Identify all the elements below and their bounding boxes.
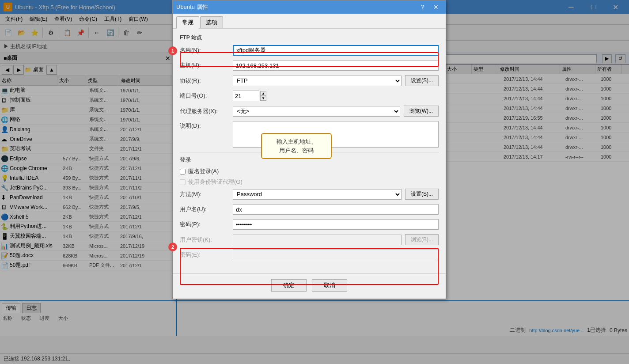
host-row-container: 主机(H): xyxy=(180,60,439,71)
passphrase-label: 密码(E): xyxy=(180,251,233,259)
dialog-help-button[interactable]: ? xyxy=(417,1,429,13)
protocol-field: FTP SFTP xyxy=(233,76,402,86)
identity-label: 使用身份验证代理(G) xyxy=(188,178,243,186)
method-settings-button[interactable]: 设置(S)... xyxy=(405,189,439,200)
identity-row: 使用身份验证代理(G) xyxy=(180,178,439,186)
passphrase-field xyxy=(233,250,439,260)
password-field-input[interactable] xyxy=(233,219,439,230)
app-window: U Ubuntu - Xftp 5 (Free for Home/School)… xyxy=(0,0,629,364)
login-section: 登录 匿名登录(A) 使用身份验证代理(G) 方法(M): xyxy=(180,152,439,260)
anon-label: 匿名登录(A) xyxy=(188,167,219,175)
circle-1: 1 xyxy=(168,46,177,55)
username-field xyxy=(233,204,439,215)
host-field xyxy=(233,60,439,71)
userkey-label: 用户密钥(K): xyxy=(180,236,233,244)
anon-checkbox[interactable] xyxy=(180,169,186,174)
circle-2: 2 xyxy=(168,243,177,251)
cancel-button[interactable]: 取消 xyxy=(312,279,347,292)
ftp-section-title: FTP 站点 xyxy=(180,34,439,42)
host-label: 主机(H): xyxy=(180,61,233,69)
port-up-button[interactable]: ▲ xyxy=(260,91,266,96)
name-field xyxy=(233,45,439,56)
userkey-input[interactable] xyxy=(233,235,402,245)
method-select[interactable]: Password PublicKey Keyboard Interactive xyxy=(233,189,402,200)
name-label: 名称(N): xyxy=(180,46,233,54)
method-row: 方法(M): Password PublicKey Keyboard Inter… xyxy=(180,189,439,200)
tab-general[interactable]: 常规 xyxy=(176,16,199,29)
password-field-label: 密码(P): xyxy=(180,220,233,228)
username-row: 用户名(U): xyxy=(180,204,439,215)
port-row: 端口号(O): ▲ ▼ xyxy=(180,91,439,101)
identity-checkbox[interactable] xyxy=(180,179,186,185)
passphrase-input[interactable] xyxy=(233,250,439,260)
annotation-line2: 用户名、密码 xyxy=(279,147,314,154)
port-down-button[interactable]: ▼ xyxy=(260,96,266,101)
anon-row: 匿名登录(A) xyxy=(180,167,439,175)
proxy-select[interactable]: <无> xyxy=(233,106,400,117)
protocol-label: 协议(R): xyxy=(180,77,233,85)
port-label: 端口号(O): xyxy=(180,92,233,100)
dialog-title-controls: ? ✕ xyxy=(417,1,442,13)
name-row: 名称(N): xyxy=(180,45,439,56)
host-row: 主机(H): xyxy=(180,60,439,71)
dialog-close-button[interactable]: ✕ xyxy=(430,1,442,13)
annotation-bubble: 输入主机地址、 用户名、密码 xyxy=(261,133,332,159)
port-input[interactable] xyxy=(233,91,259,101)
dialog-title-bar: Ubuntu 属性 ? ✕ xyxy=(173,0,446,14)
tab-options[interactable]: 选项 xyxy=(200,16,223,28)
ubuntu-properties-dialog: Ubuntu 属性 ? ✕ 常规 选项 FTP 站点 名称(N): xyxy=(172,0,446,299)
ok-button[interactable]: 确定 xyxy=(271,279,307,292)
annotation-line1: 输入主机地址、 xyxy=(277,138,317,145)
port-input-wrap: ▲ ▼ xyxy=(233,91,266,101)
proxy-browse-button[interactable]: 浏览(W)... xyxy=(404,106,439,117)
name-input[interactable] xyxy=(233,45,439,56)
method-label: 方法(M): xyxy=(180,190,233,198)
desc-label: 说明(D): xyxy=(180,121,233,130)
protocol-select[interactable]: FTP SFTP xyxy=(233,76,402,86)
host-input[interactable] xyxy=(233,60,439,71)
dialog-overlay: Ubuntu 属性 ? ✕ 常规 选项 FTP 站点 名称(N): xyxy=(0,0,629,364)
username-field-input[interactable] xyxy=(233,204,439,215)
password-row: 密码(P): xyxy=(180,219,439,230)
proxy-row: 代理服务器(X): <无> 浏览(W)... xyxy=(180,106,439,117)
protocol-row: 协议(R): FTP SFTP 设置(S)... xyxy=(180,75,439,86)
method-field: Password PublicKey Keyboard Interactive xyxy=(233,189,402,200)
userkey-row: 用户密钥(K): 浏览(B)... xyxy=(180,234,439,245)
passphrase-row: 密码(E): xyxy=(180,250,439,260)
dialog-tabs: 常规 选项 xyxy=(173,14,446,29)
password-field xyxy=(233,219,439,230)
protocol-settings-button[interactable]: 设置(S)... xyxy=(405,75,439,86)
proxy-field: <无> xyxy=(233,106,400,117)
userkey-field xyxy=(233,235,402,245)
proxy-label: 代理服务器(X): xyxy=(180,107,233,115)
dialog-footer: 确定 取消 xyxy=(173,273,446,299)
userkey-browse-button[interactable]: 浏览(B)... xyxy=(405,234,439,245)
port-spinners: ▲ ▼ xyxy=(260,91,266,101)
username-field-label: 用户名(U): xyxy=(180,205,233,213)
dialog-title: Ubuntu 属性 xyxy=(176,3,417,11)
